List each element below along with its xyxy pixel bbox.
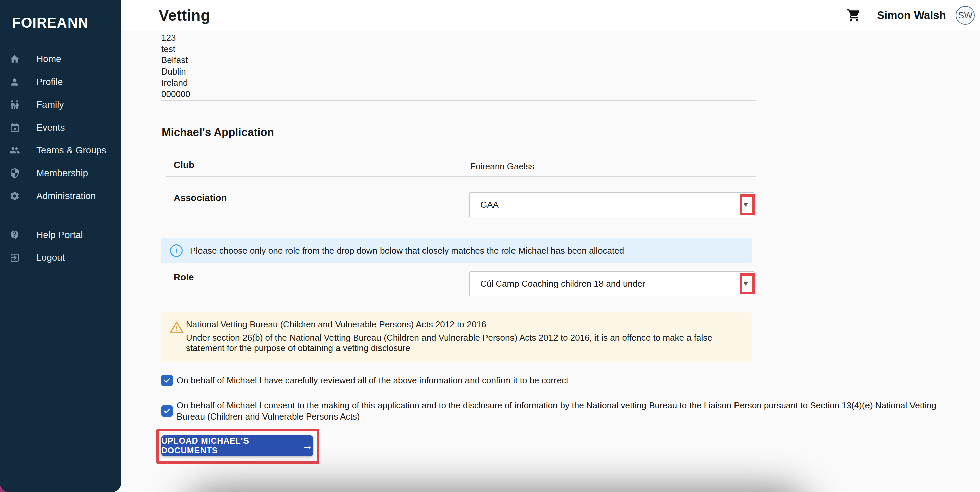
bottom-shadow [181, 487, 813, 492]
sidebar-item-teams-groups[interactable]: Teams & Groups [0, 139, 121, 162]
home-icon [10, 54, 20, 64]
address-line: 123 [161, 32, 191, 44]
sidebar-item-label: Membership [36, 168, 88, 179]
sidebar-nav: Home Profile Family Events Teams & Group… [0, 48, 121, 269]
top-header: Vetting Simon Walsh SW [121, 0, 980, 31]
sidebar-item-events[interactable]: Events [0, 116, 121, 139]
confirm-review-row: On behalf of Michael I have carefully re… [161, 375, 568, 386]
address-line: 000000 [161, 89, 191, 100]
user-name[interactable]: Simon Walsh [877, 9, 946, 22]
consent-checkbox[interactable] [161, 405, 173, 417]
sidebar-item-label: Administration [36, 190, 96, 202]
association-select[interactable]: GAA ▼ [469, 192, 754, 217]
divider [161, 100, 756, 101]
warning-title: National Vetting Bureau (Children and Vu… [186, 319, 486, 330]
upload-documents-label: UPLOAD MICHAEL'S DOCUMENTS [161, 436, 297, 455]
address-block: 123 test Belfast Dublin Ireland 000000 [161, 32, 191, 100]
help-icon [10, 230, 20, 240]
app-logo: FOIREANN [12, 15, 88, 31]
role-select[interactable]: Cúl Camp Coaching children 18 and under … [469, 271, 754, 296]
avatar[interactable]: SW [956, 6, 975, 25]
confirm-review-label: On behalf of Michael I have carefully re… [177, 375, 568, 386]
application-heading: Michael's Application [162, 126, 274, 139]
info-banner-text: Please choose only one role from the dro… [190, 246, 624, 256]
association-label: Association [173, 193, 227, 203]
check-icon [162, 407, 171, 416]
gear-icon [10, 190, 20, 202]
upload-documents-button[interactable]: UPLOAD MICHAEL'S DOCUMENTS → [161, 435, 313, 456]
divider [166, 220, 756, 220]
divider [166, 176, 756, 176]
consent-row: On behalf of Michael I consent to the ma… [161, 400, 946, 422]
annotation-box-association [740, 194, 755, 216]
shield-icon [10, 168, 20, 179]
sidebar-item-label: Help Portal [36, 230, 83, 240]
sidebar-item-label: Home [36, 54, 62, 64]
sidebar-item-membership[interactable]: Membership [0, 162, 121, 184]
divider [166, 300, 756, 300]
sidebar-item-help-portal[interactable]: Help Portal [0, 224, 121, 246]
sidebar-item-logout[interactable]: Logout [0, 246, 121, 269]
page-title: Vetting [159, 0, 210, 31]
address-line: test [161, 44, 191, 55]
club-value: Foireann Gaelss [470, 162, 535, 172]
sidebar-item-family[interactable]: Family [0, 93, 121, 116]
sidebar-item-label: Profile [36, 76, 63, 87]
role-label: Role [173, 272, 194, 283]
sidebar-divider [0, 215, 121, 216]
warning-banner: National Vetting Bureau (Children and Vu… [161, 313, 752, 362]
info-banner: i Please choose only one role from the d… [161, 238, 752, 263]
check-icon [162, 376, 171, 385]
sidebar-item-label: Teams & Groups [36, 145, 107, 156]
logout-icon [10, 252, 20, 263]
annotation-box-role [740, 273, 755, 294]
sidebar-item-label: Events [36, 122, 65, 133]
people-icon [10, 145, 20, 156]
role-select-value: Cúl Camp Coaching children 18 and under [480, 279, 645, 289]
confirm-review-checkbox[interactable] [161, 375, 173, 386]
shopping-cart-icon[interactable] [847, 8, 861, 23]
sidebar-item-label: Family [36, 99, 64, 110]
club-label: Club [173, 160, 194, 170]
consent-label: On behalf of Michael I consent to the ma… [177, 400, 946, 422]
header-actions: Simon Walsh SW [847, 0, 975, 31]
sidebar-item-administration[interactable]: Administration [0, 184, 121, 207]
sidebar-item-home[interactable]: Home [0, 48, 121, 70]
main-content: 123 test Belfast Dublin Ireland 000000 M… [161, 31, 980, 492]
arrow-right-icon: → [302, 440, 313, 451]
info-icon: i [170, 244, 183, 257]
family-icon [10, 99, 20, 110]
address-line: Dublin [161, 66, 191, 78]
address-line: Ireland [161, 77, 191, 89]
warning-body: Under section 26(b) of the National Vett… [186, 333, 745, 353]
warning-icon [169, 319, 185, 335]
association-select-value: GAA [480, 200, 499, 210]
person-icon [10, 76, 20, 87]
calendar-icon [10, 122, 20, 133]
address-line: Belfast [161, 55, 191, 66]
sidebar: FOIREANN Home Profile Family Events Team… [0, 0, 121, 492]
sidebar-item-profile[interactable]: Profile [0, 70, 121, 93]
sidebar-item-label: Logout [36, 252, 65, 263]
